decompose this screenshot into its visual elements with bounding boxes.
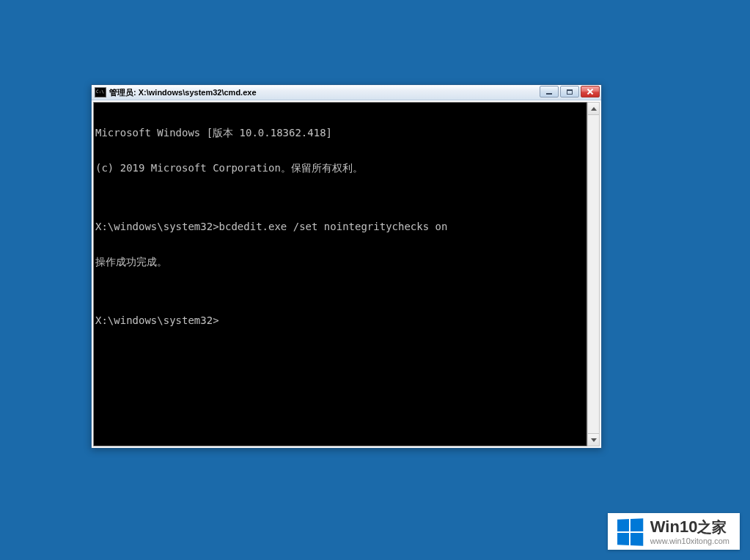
close-icon: [587, 88, 594, 95]
watermark-title-prefix: Win10: [650, 517, 698, 536]
watermark-url: www.win10xitong.com: [650, 537, 729, 545]
maximize-button[interactable]: [560, 86, 579, 97]
terminal-line: 操作成功完成。: [95, 256, 585, 268]
maximize-icon: [567, 89, 573, 95]
terminal-prompt: X:\windows\system32>: [95, 314, 585, 326]
terminal-line: X:\windows\system32>bcdedit.exe /set noi…: [95, 221, 585, 232]
scroll-up-button[interactable]: [588, 103, 599, 115]
chevron-up-icon: [591, 107, 597, 111]
titlebar[interactable]: 管理员: X:\windows\system32\cmd.exe: [92, 85, 601, 100]
vertical-scrollbar[interactable]: [587, 102, 600, 446]
close-button[interactable]: [581, 86, 600, 97]
minimize-icon: [546, 93, 552, 95]
watermark-badge: Win10之家 www.win10xitong.com: [608, 513, 740, 550]
window-title: 管理员: X:\windows\system32\cmd.exe: [109, 87, 257, 98]
window-controls: [540, 86, 600, 97]
terminal-container: Microsoft Windows [版本 10.0.18362.418] (c…: [92, 100, 601, 448]
watermark-title: Win10之家: [650, 519, 729, 535]
cmd-window: 管理员: X:\windows\system32\cmd.exe Microso…: [91, 84, 602, 449]
chevron-down-icon: [591, 438, 597, 442]
scroll-down-button[interactable]: [588, 433, 599, 446]
terminal-line: Microsoft Windows [版本 10.0.18362.418]: [95, 127, 585, 139]
minimize-button[interactable]: [540, 86, 559, 97]
windows-logo-icon: [617, 518, 643, 545]
scroll-track[interactable]: [588, 115, 599, 433]
cmd-icon: [95, 87, 106, 97]
terminal-line: (c) 2019 Microsoft Corporation。保留所有权利。: [95, 162, 585, 174]
watermark-title-suffix: 之家: [697, 519, 727, 535]
terminal-output[interactable]: Microsoft Windows [版本 10.0.18362.418] (c…: [93, 102, 587, 446]
watermark-text: Win10之家 www.win10xitong.com: [650, 519, 729, 545]
